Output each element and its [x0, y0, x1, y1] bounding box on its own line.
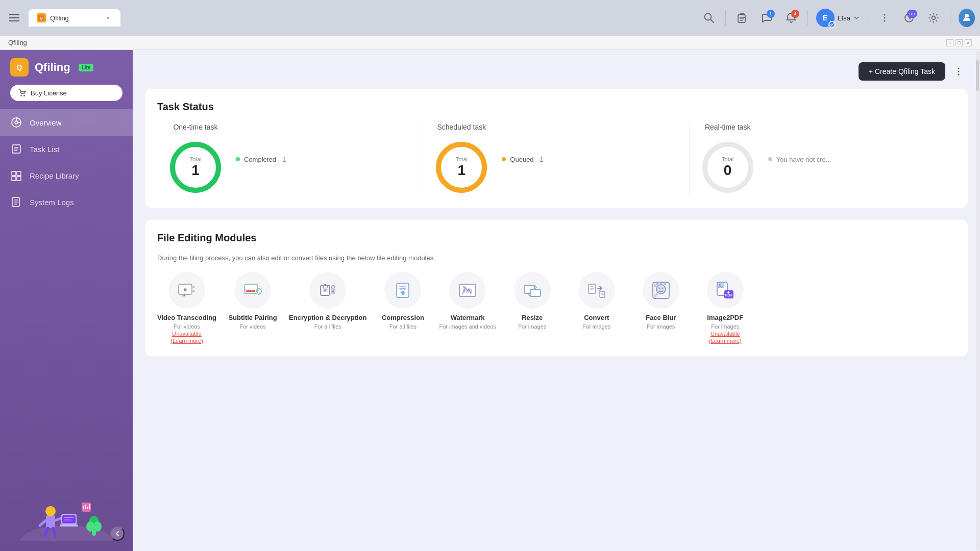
svg-rect-67 [182, 294, 185, 296]
realtime-task-col: Real-time task Total 0 [690, 123, 955, 195]
svg-rect-102 [664, 283, 666, 285]
module-watermark[interactable]: WM Watermark For images and videos [439, 272, 496, 344]
svg-rect-89 [589, 284, 596, 293]
image2pdf-unavailable[interactable]: Unavailable [710, 331, 740, 337]
realtime-total-value: 0 [722, 162, 733, 179]
resize-icon [522, 280, 543, 300]
svg-point-79 [332, 291, 334, 292]
create-task-button[interactable]: + Create Qfiling Task [859, 62, 945, 81]
main-content: + Create Qfiling Task Task Status One-ti… [133, 50, 980, 551]
watermark-icon-wrap: WM [449, 272, 486, 309]
scrollbar-thumb[interactable] [976, 60, 979, 91]
message-icon[interactable]: 1 [758, 10, 775, 26]
queued-value: 1 [540, 156, 544, 163]
module-convert[interactable]: Convert For images [569, 272, 625, 344]
not-created-stat: You have not cre... [768, 156, 831, 163]
module-face-blur[interactable]: Face Blur For images [633, 272, 689, 344]
app-titlebar: Qfiling − □ × [0, 36, 980, 50]
queued-label: Queued [510, 156, 533, 163]
scrollbar-track[interactable] [976, 50, 980, 551]
video-transcoding-learn-more[interactable]: (Learn more) [170, 338, 203, 344]
scheduled-total-label: Total [456, 156, 468, 162]
module-compression[interactable]: Compression For all files [375, 272, 431, 344]
face-blur-desc: For images [647, 323, 675, 330]
completed-dot [236, 157, 240, 161]
subtitle-pairing-icon-wrap [234, 272, 271, 309]
sidebar-collapse-button[interactable] [110, 527, 125, 541]
clipboard-icon[interactable] [734, 10, 750, 26]
sidebar-footer [0, 469, 133, 551]
scheduled-total-value: 1 [456, 162, 468, 179]
sidebar-header: Q Qfiling Lite [0, 50, 133, 85]
sidebar-item-recipe-library-label: Recipe Library [30, 171, 79, 180]
svg-rect-106 [656, 293, 658, 295]
compression-desc: For all files [389, 323, 416, 330]
browser-menu-button[interactable] [5, 10, 23, 26]
browser-chrome: Q Qfiling × 1 4 E Elsa [0, 0, 980, 36]
encryption-decryption-desc: For all files [314, 323, 341, 330]
user-name: Elsa [838, 14, 850, 22]
svg-point-49 [93, 521, 102, 532]
task-grid: One-time task Total 1 [157, 123, 955, 195]
svg-rect-108 [656, 295, 658, 297]
message-badge: 1 [767, 10, 775, 18]
svg-line-36 [40, 520, 46, 525]
sidebar-item-system-logs[interactable]: System Logs [0, 189, 133, 215]
watermark-icon: WM [457, 280, 478, 300]
close-button[interactable]: × [965, 39, 972, 46]
divider2 [807, 10, 808, 26]
module-image2pdf[interactable]: PDF Image2PDF For images Unavailable (Le… [697, 272, 753, 344]
tab-close-button[interactable]: × [104, 14, 112, 22]
bell-icon[interactable]: 4 [783, 10, 799, 26]
minimize-button[interactable]: − [946, 39, 953, 46]
scheduled-task-inner: Scheduled task Total 1 [433, 123, 489, 195]
sidebar-item-task-list[interactable]: Task List [0, 136, 133, 162]
completed-label: Completed [244, 156, 276, 163]
app-name: Qfiling [35, 61, 70, 74]
sidebar-item-overview[interactable]: Overview [0, 109, 133, 136]
sidebar-item-task-list-label: Task List [30, 145, 59, 154]
sidebar-item-overview-label: Overview [30, 118, 62, 127]
scheduled-task-col: Scheduled task Total 1 [423, 123, 689, 195]
user-area[interactable]: E Elsa [816, 9, 860, 27]
one-time-task-label: One-time task [173, 123, 217, 131]
history-icon[interactable]: 10+ [901, 10, 917, 26]
settings-icon[interactable] [925, 10, 942, 26]
sidebar-item-recipe-library[interactable]: Recipe Library [0, 162, 133, 189]
video-transcoding-unavailable[interactable]: Unavailable [172, 331, 201, 337]
svg-rect-97 [654, 283, 656, 285]
buy-license-button[interactable]: Buy License [10, 85, 122, 101]
video-transcoding-icon [177, 280, 197, 300]
svg-point-86 [463, 286, 465, 289]
svg-rect-66 [192, 290, 195, 292]
realtime-stats: You have not cre... [768, 156, 831, 163]
task-status-title: Task Status [157, 101, 955, 113]
svg-point-18 [15, 121, 18, 124]
sidebar: Q Qfiling Lite Buy License Overview [0, 50, 133, 551]
divider4 [950, 10, 950, 26]
browser-tab[interactable]: Q Qfiling × [29, 9, 120, 27]
image2pdf-icon-wrap: PDF [707, 272, 744, 309]
more-options-icon[interactable] [876, 10, 893, 26]
svg-rect-107 [654, 295, 656, 297]
more-options-button[interactable] [949, 62, 968, 81]
browser-toolbar: 1 4 E Elsa 10+ [701, 9, 975, 27]
module-subtitle-pairing[interactable]: Subtitle Pairing For videos [225, 272, 281, 344]
search-icon[interactable] [701, 10, 717, 26]
svg-point-8 [884, 14, 886, 16]
profile-circle-icon[interactable] [959, 10, 975, 26]
svg-rect-65 [192, 286, 195, 288]
resize-icon-wrap [514, 272, 551, 309]
svg-point-55 [958, 68, 960, 69]
sidebar-item-system-logs-label: System Logs [30, 198, 74, 207]
module-video-transcoding[interactable]: Video Transcoding For videos Unavailable… [157, 272, 216, 344]
watermark-name: Watermark [451, 314, 485, 322]
completed-value: 1 [282, 156, 286, 163]
module-resize[interactable]: Resize For images [504, 272, 560, 344]
modules-title: File Editing Modules [157, 232, 955, 244]
module-encryption-decryption[interactable]: Encryption & Decryption For all files [289, 272, 366, 344]
maximize-button[interactable]: □ [955, 39, 963, 46]
svg-point-10 [884, 20, 886, 22]
image2pdf-learn-more[interactable]: (Learn more) [709, 338, 742, 344]
scheduled-stats: Queued 1 [502, 156, 544, 163]
